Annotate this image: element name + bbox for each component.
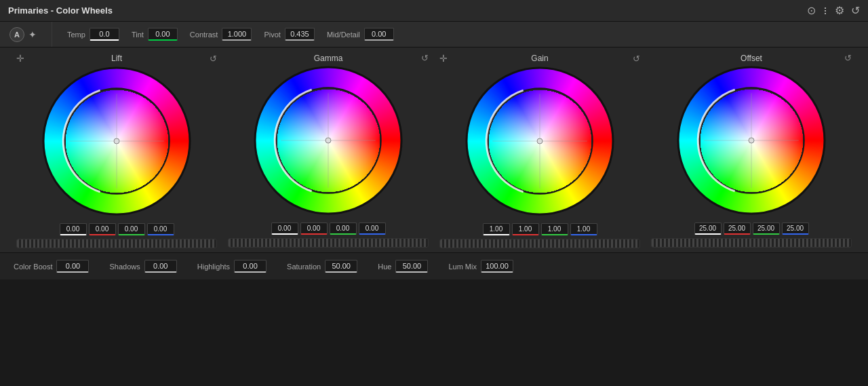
wheel-crosshair-left-gain[interactable]: ✛ [439, 53, 452, 64]
saturation-label: Saturation [287, 263, 321, 271]
wheel-canvas-wrap-gain[interactable] [465, 66, 614, 218]
rgba-row-gamma: 0.000.000.000.00 [271, 223, 386, 235]
wheel-canvas-gain[interactable] [465, 66, 614, 216]
hue-group: Hue 50.00 [378, 260, 428, 273]
highlights-label: Highlights [197, 263, 230, 271]
temp-group: Temp 0.0 [67, 28, 119, 41]
temp-label: Temp [67, 31, 85, 39]
wheel-title-gain: Gain [452, 54, 628, 63]
wheels-area: ✛Lift↺0.000.000.000.00 Gamma↺0.000.000.0… [0, 47, 868, 252]
wheel-panel-gain: ✛Gain↺1.001.001.001.00 [434, 53, 646, 248]
wheel-header-gain: ✛Gain↺ [439, 53, 640, 64]
wheels-row: ✛Lift↺0.000.000.000.00 Gamma↺0.000.000.0… [11, 53, 857, 248]
wheel-reset-offset[interactable]: ↺ [840, 53, 852, 63]
master-slider-gamma[interactable] [228, 238, 429, 248]
rgba-red-offset[interactable]: 25.00 [724, 223, 751, 235]
rgba-white-offset[interactable]: 25.00 [694, 223, 722, 235]
wheel-reset-lift[interactable]: ↺ [205, 54, 217, 64]
hue-value[interactable]: 50.00 [395, 260, 428, 273]
rgba-row-offset: 25.0025.0025.0025.00 [694, 223, 809, 235]
temp-value[interactable]: 0.0 [90, 28, 119, 41]
rgba-red-gain[interactable]: 1.00 [512, 223, 539, 235]
rgba-blue-gain[interactable]: 1.00 [570, 223, 597, 235]
tint-label: Tint [132, 31, 144, 39]
settings-icon[interactable]: ⚙ [835, 4, 844, 17]
tint-group: Tint 0.00 [132, 28, 178, 41]
wheel-title-gamma: Gamma [240, 54, 416, 63]
wheel-reset-gamma[interactable]: ↺ [416, 53, 429, 63]
rgba-row-gain: 1.001.001.001.00 [483, 223, 597, 235]
refresh-icon[interactable]: ↺ [851, 4, 860, 17]
highlights-group: Highlights 0.00 [197, 260, 267, 273]
rgba-white-gain[interactable]: 1.00 [483, 223, 510, 235]
magic-icon[interactable]: ✦ [28, 29, 37, 40]
hue-label: Hue [378, 263, 391, 271]
title-icons: ⊙ ⫶ ⚙ ↺ [807, 4, 860, 17]
master-slider-lift[interactable] [16, 239, 217, 248]
master-slider-row-offset [651, 238, 852, 248]
wheel-canvas-offset[interactable] [677, 66, 826, 215]
wheel-reset-gain[interactable]: ↺ [628, 54, 640, 64]
rgba-blue-offset[interactable]: 25.00 [782, 223, 809, 235]
controls-bar: A ✦ Temp 0.0 Tint 0.00 Contrast 1.000 Pi… [0, 22, 868, 47]
bottom-bar: Color Boost 0.00 Shadows 0.00 Highlights… [0, 252, 868, 279]
pivot-label: Pivot [264, 31, 280, 39]
wheel-header-gamma: Gamma↺ [228, 53, 429, 63]
wheel-header-offset: Offset↺ [651, 53, 852, 63]
shadows-value[interactable]: 0.00 [144, 260, 177, 273]
wheel-title-lift: Lift [28, 54, 205, 63]
saturation-group: Saturation 50.00 [287, 260, 357, 273]
rgba-blue-lift[interactable]: 0.00 [147, 223, 174, 235]
master-slider-gain[interactable] [439, 239, 640, 248]
pivot-group: Pivot 0.435 [264, 28, 314, 41]
wheel-canvas-wrap-lift[interactable] [42, 66, 191, 218]
wheel-panel-offset: Offset↺25.0025.0025.0025.00 [646, 53, 857, 248]
rgba-red-gamma[interactable]: 0.00 [300, 223, 328, 235]
rgba-green-offset[interactable]: 25.00 [753, 223, 780, 235]
rgba-green-lift[interactable]: 0.00 [118, 223, 145, 235]
rgba-white-gamma[interactable]: 0.00 [271, 223, 298, 235]
wheel-canvas-wrap-offset[interactable] [677, 66, 826, 217]
master-slider-row-gain [439, 239, 640, 248]
rgba-green-gain[interactable]: 1.00 [541, 223, 568, 235]
auto-button[interactable]: A [9, 27, 24, 42]
wheel-panel-lift: ✛Lift↺0.000.000.000.00 [11, 53, 222, 248]
shadows-group: Shadows 0.00 [109, 260, 176, 273]
color-boost-group: Color Boost 0.00 [14, 260, 89, 273]
bars-icon[interactable]: ⫶ [823, 5, 828, 17]
rgba-green-gamma[interactable]: 0.00 [330, 223, 357, 235]
title-bar: Primaries - Color Wheels ⊙ ⫶ ⚙ ↺ [0, 0, 868, 22]
title: Primaries - Color Wheels [8, 5, 113, 16]
master-slider-offset[interactable] [651, 238, 852, 248]
middetail-group: Mid/Detail 0.00 [327, 28, 394, 41]
pivot-value[interactable]: 0.435 [285, 28, 315, 41]
target-icon[interactable]: ⊙ [807, 4, 816, 17]
color-boost-value[interactable]: 0.00 [56, 260, 89, 273]
wheel-title-offset: Offset [663, 54, 840, 63]
rgba-row-lift: 0.000.000.000.00 [60, 223, 174, 235]
shadows-label: Shadows [109, 263, 140, 271]
color-boost-label: Color Boost [14, 263, 52, 271]
wheel-header-lift: ✛Lift↺ [16, 53, 217, 64]
contrast-group: Contrast 1.000 [190, 28, 252, 41]
contrast-label: Contrast [190, 31, 218, 39]
wheel-canvas-lift[interactable] [42, 66, 191, 216]
master-slider-row-gamma [228, 238, 429, 248]
tint-value[interactable]: 0.00 [148, 28, 178, 41]
rgba-blue-gamma[interactable]: 0.00 [359, 223, 386, 235]
wheel-canvas-gamma[interactable] [254, 66, 403, 215]
lum-mix-value[interactable]: 100.00 [481, 260, 513, 273]
auto-group: A ✦ [9, 27, 37, 42]
middetail-label: Mid/Detail [327, 31, 360, 39]
highlights-value[interactable]: 0.00 [234, 260, 267, 273]
rgba-white-lift[interactable]: 0.00 [60, 223, 87, 235]
master-slider-row-lift [16, 239, 217, 248]
middetail-value[interactable]: 0.00 [364, 28, 394, 41]
saturation-value[interactable]: 50.00 [325, 260, 357, 273]
lum-mix-group: Lum Mix 100.00 [448, 260, 513, 273]
lum-mix-label: Lum Mix [448, 263, 477, 271]
wheel-canvas-wrap-gamma[interactable] [254, 66, 403, 217]
rgba-red-lift[interactable]: 0.00 [89, 223, 116, 235]
contrast-value[interactable]: 1.000 [222, 28, 252, 41]
wheel-crosshair-left-lift[interactable]: ✛ [16, 53, 28, 64]
